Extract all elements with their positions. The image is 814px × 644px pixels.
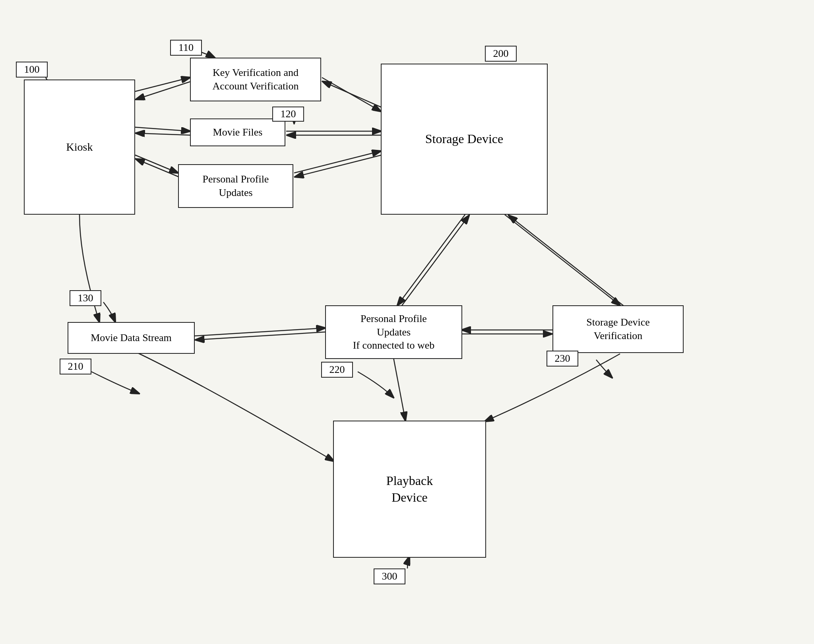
svg-line-13 [295,155,382,177]
label-130: 130 [70,290,101,306]
svg-line-15 [401,215,469,306]
svg-line-16 [505,215,620,305]
storage-device-node: Storage Device [381,64,548,215]
svg-line-9 [323,81,382,107]
svg-line-17 [509,215,624,306]
key-verification-label: Key Verification andAccount Verification [213,66,299,93]
svg-line-8 [322,78,381,111]
svg-line-20 [195,328,325,336]
svg-line-2 [135,78,190,91]
svg-line-12 [294,151,381,173]
personal-profile-top-node: Personal ProfileUpdates [178,164,293,208]
storage-device-verification-node: Storage DeviceVerification [552,305,684,353]
movie-files-label: Movie Files [213,126,263,139]
storage-device-label: Storage Device [425,131,503,147]
label-110: 110 [170,40,202,56]
kiosk-label: Kiosk [66,140,93,154]
playback-device-label: PlaybackDevice [386,473,433,506]
svg-line-18 [393,358,405,421]
svg-line-3 [136,81,191,99]
svg-line-5 [136,133,191,135]
personal-profile-bottom-label: Personal ProfileUpdatesIf connected to w… [353,312,435,352]
svg-line-4 [135,127,190,131]
storage-device-verification-label: Storage DeviceVerification [586,316,650,343]
personal-profile-top-label: Personal ProfileUpdates [203,173,269,200]
svg-line-6 [135,155,178,173]
personal-profile-bottom-node: Personal ProfileUpdatesIf connected to w… [325,305,462,359]
movie-data-stream-label: Movie Data Stream [91,331,172,345]
label-230: 230 [547,351,578,367]
kiosk-node: Kiosk [24,80,135,215]
movie-data-stream-node: Movie Data Stream [68,322,195,354]
svg-line-14 [397,215,465,305]
label-210: 210 [60,359,91,374]
svg-line-7 [136,159,179,177]
svg-line-19 [196,332,326,340]
label-220: 220 [321,362,353,378]
label-120: 120 [272,107,304,122]
key-verification-node: Key Verification andAccount Verification [190,58,321,101]
diagram: Kiosk 100 Key Verification andAccount Ve… [0,0,814,644]
playback-device-node: PlaybackDevice [333,421,486,558]
label-100: 100 [16,62,48,78]
movie-files-node: Movie Files [190,118,285,146]
label-300: 300 [374,568,405,584]
label-200: 200 [485,46,517,62]
